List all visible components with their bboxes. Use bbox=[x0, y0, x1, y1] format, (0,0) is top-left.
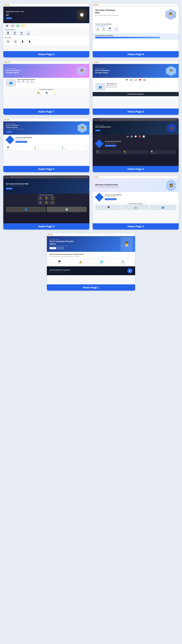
hp3-bottom-imgs: 👥 🏢 bbox=[3, 206, 89, 213]
browser-chrome-hp5 bbox=[3, 118, 89, 122]
hp1-card-label-4: Operations Security bbox=[119, 264, 126, 264]
hp9-prod-4: 📱 bbox=[26, 39, 33, 44]
hp7-offer-2: 💻IT Consulting bbox=[43, 91, 50, 96]
bc-dot-red bbox=[5, 4, 6, 5]
hp9-hero-text: Apple watch series 7 New Available $34 S… bbox=[6, 11, 24, 19]
hp5-creat-sub: We craft beautiful products bbox=[16, 138, 32, 140]
hp6-why-title: Why Choose Us bbox=[107, 83, 118, 84]
hp8-hero: Get every it Services Here We craft beau… bbox=[93, 6, 179, 22]
hp4-diamond-icon: 👥 bbox=[98, 143, 100, 145]
hp4-label: Home Page 4 bbox=[93, 166, 179, 172]
hp4-creat-title: You can't use up creativity. bbox=[105, 141, 121, 142]
hp5-creativity: 👥 You can't use up creativity. We craft … bbox=[3, 135, 89, 145]
hp4-btn[interactable]: Learn More bbox=[95, 130, 100, 131]
hp9-cat-4: ⌚Watches bbox=[25, 30, 32, 36]
hp1-card-label-2: Security System bbox=[78, 264, 83, 264]
bc-dot-yellow bbox=[6, 4, 7, 5]
hp7-offer-1: 🎨UI/UX Design bbox=[35, 91, 42, 96]
hp9-btn[interactable]: Shop Now bbox=[6, 17, 12, 19]
hp3-btn[interactable]: Get Started bbox=[6, 188, 12, 190]
bc-dot-red-hp1 bbox=[48, 234, 49, 235]
hp1-icon-card-4: 🛡️ Operations Security bbox=[113, 259, 133, 265]
hp6-dark: We Offer Better Soluaation bbox=[93, 92, 179, 96]
hp3-offer-2: 🔒Security bbox=[44, 196, 49, 200]
hp5-hero-text: IT Business Consulting Best IT Soluation… bbox=[6, 123, 25, 133]
browser-chrome-hp7 bbox=[3, 61, 89, 64]
hp1-btn2[interactable]: Learn More bbox=[57, 247, 64, 249]
page-card-hp6: IT Business Consulting Best IT Soluation… bbox=[93, 61, 179, 115]
hp4-feat-label-2: Security bbox=[124, 152, 148, 154]
bc-dot-green-hp5 bbox=[8, 119, 9, 120]
page-card-hp2: Get every it Services Here We craft beau… bbox=[93, 176, 179, 230]
hp9-label: Home Page 9 bbox=[3, 51, 89, 58]
hp1-icon-card-1: 🖥️ IT Solutions bbox=[50, 259, 70, 265]
hp8-hero-text: Get every it Services Here We craft beau… bbox=[95, 9, 119, 16]
hp1-card-icon-2: 🔒 bbox=[79, 260, 82, 263]
page-card-hp5: IT Business Consulting Best IT Soluation… bbox=[3, 118, 89, 172]
hp4-hero-title: Get it Services Here bbox=[95, 126, 111, 128]
hp4-feat-1: 🖥️ IT Solutions bbox=[95, 150, 122, 154]
bc-dot-hp3-1 bbox=[5, 177, 6, 178]
hp3-bottom-img-2: 🏢 bbox=[47, 206, 87, 212]
hp3-offer-6: ⚡Technology bbox=[50, 201, 55, 205]
hp9-watch-img: ⌚ bbox=[77, 9, 87, 21]
page-card-hp9: Apple watch series 7 New Available $34 S… bbox=[3, 3, 89, 58]
hp4-feat-2: 🔒 Security bbox=[122, 150, 149, 154]
hp1-card-label-1: IT Solutions bbox=[58, 264, 62, 264]
hp4-icons-row: 👁️ ⚙️ 💬 ❤️ 🔄 bbox=[93, 135, 179, 138]
hp2-offer-img-2: 🏢 bbox=[122, 205, 149, 210]
hp3-hero: Get every it Services Here We provide th… bbox=[3, 179, 89, 194]
hp8-preview: Get every it Services Here We craft beau… bbox=[93, 3, 179, 51]
hp2-offers: We Offer Better Soluaation 🖥️ 🏢 👥 bbox=[93, 202, 179, 211]
hp6-why: 👥 Why Choose Us Automated Solutions Heal… bbox=[93, 82, 179, 92]
page-card-hp8: Get every it Services Here We craft beau… bbox=[93, 3, 179, 58]
hp1-hero: IT Business Consulting Best IT Soluation… bbox=[47, 236, 135, 252]
hp6-hero-text: IT Business Consulting Best IT Soluation… bbox=[95, 68, 116, 74]
hp5-creat-title: You can't use up creativity. bbox=[16, 137, 32, 138]
bc-dot-red-hp2 bbox=[94, 176, 95, 178]
browser-chrome-hp4 bbox=[93, 118, 179, 122]
hp7-offer-grid: 🎨UI/UX Design 💻IT Consulting ⚡Technology bbox=[6, 91, 87, 96]
hp9-new-products: New Product 🎧 🎧 📱 📱 bbox=[3, 36, 89, 45]
bc-dot-yellow-hp6 bbox=[96, 62, 96, 63]
hp1-card-icon-4: 🛡️ bbox=[121, 260, 124, 263]
hp5-btn[interactable]: Get Started bbox=[6, 131, 12, 133]
hp1-icons-row: 🖥️ IT Solutions 🔒 Security System 🌐 Web … bbox=[47, 258, 135, 266]
bc-dot-yellow-hp1 bbox=[50, 234, 51, 235]
hp7-stat-4: 854Reviews bbox=[31, 81, 34, 83]
hp7-stat-2: 296Clients bbox=[22, 81, 25, 83]
hp7-hero-img: 👩‍💼 bbox=[77, 66, 87, 76]
hp9-product-thumb-4: ⌚ bbox=[21, 24, 26, 28]
hp8-hero-subtitle: We craft beautiful products, and bring a… bbox=[95, 15, 119, 16]
bc-dot-hp4-1 bbox=[94, 120, 95, 120]
hp5-feat-1: 🖥️ IT Solutions bbox=[6, 146, 32, 150]
hp1-it-tag: IT Business Consulting bbox=[50, 239, 75, 240]
hp7-growth-text: How we growth our business. 565Projects … bbox=[18, 79, 87, 83]
hp1-card-icon-3: 🌐 bbox=[100, 260, 103, 263]
hp3-bottom-img-1: 👥 bbox=[6, 206, 46, 212]
bc-dot-yellow-hp5 bbox=[6, 119, 7, 120]
hp9-prod-1: 🎧 bbox=[5, 39, 12, 44]
hp4-creativity: 👥 You can't use up creativity. We craft … bbox=[93, 138, 179, 149]
bc-url-hp6 bbox=[99, 62, 177, 63]
hp1-work-title: We Work Hard Play Hard Explore Creative … bbox=[50, 253, 86, 255]
bc-url-hp7 bbox=[10, 62, 88, 63]
hp8-growth-title: How we growth our business. bbox=[95, 35, 176, 36]
browser-chrome-hp3 bbox=[3, 176, 89, 179]
hp5-feat-icon-2: 🔒 bbox=[34, 146, 58, 148]
hp1-icon-card-2: 🔒 Security System bbox=[70, 259, 91, 265]
hp9-cat-grid: 📱Phones 🎧Audio 💻Laptops ⌚Watches bbox=[5, 30, 88, 36]
hp1-dark-sub: We provide complete IT solutions for you… bbox=[50, 272, 70, 272]
hp9-new-title: New Product bbox=[5, 37, 88, 38]
hp2-creat-title: You can't use up creativity. bbox=[105, 194, 121, 196]
bc-dot-red-hp6 bbox=[94, 62, 95, 63]
hp9-hero-title: Apple watch series 7 New bbox=[6, 11, 24, 12]
hp9-preview: Apple watch series 7 New Available $34 S… bbox=[3, 3, 89, 51]
hp5-feat-2: 🔒 Security System bbox=[33, 146, 60, 150]
hp5-years: 30 Years Of Experience bbox=[16, 141, 27, 143]
hp2-hero-img: 🧔 bbox=[166, 180, 176, 191]
hp1-work-sub: We craft beautiful products, and bring a… bbox=[50, 256, 90, 257]
hp4-feat-label-1: IT Solutions bbox=[96, 152, 120, 154]
hp6-it-label: IT Business Consulting bbox=[95, 68, 116, 69]
hp1-btn1[interactable]: Get Started bbox=[50, 247, 56, 249]
